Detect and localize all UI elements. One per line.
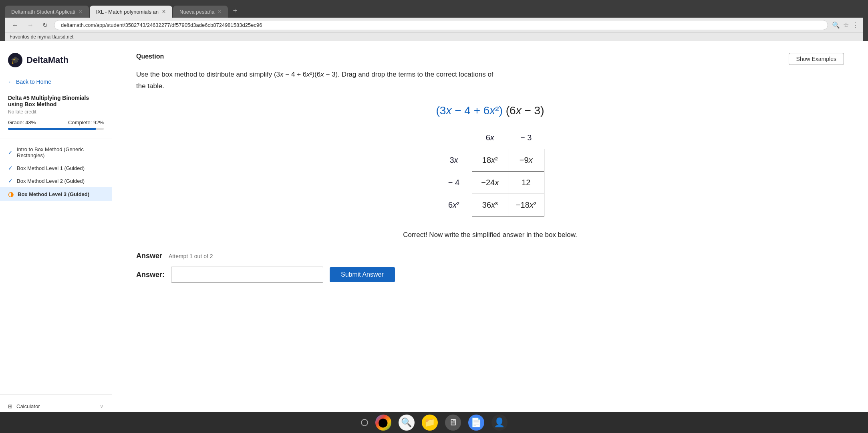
logo-icon: 🎓 [8, 53, 22, 67]
tab-label-nueva: Nueva pestaña [179, 9, 214, 15]
sidebar-item-level1-label: Box Method Level 1 (Guided) [17, 165, 85, 171]
row-header-neg4: − 4 [436, 172, 472, 194]
taskbar-monitor-icon[interactable]: 🖥 [445, 415, 461, 431]
row-header-3x: 3x [436, 149, 472, 172]
circle-icon-level3: ◑ [8, 190, 14, 198]
sidebar-item-intro-label: Intro to Box Method (Generic Rectangles) [17, 146, 104, 158]
table-row-6x2: 6x² 36x³ −18x² [436, 194, 544, 216]
assignment-title: Delta #5 Multiplying Binomials using Box… [0, 95, 112, 109]
answer-input[interactable] [171, 267, 323, 283]
main-content: Question Show Examples Use the box metho… [112, 41, 868, 433]
tab-label: Deltamath Student Applicati [11, 9, 75, 15]
top-right-row: Question Show Examples [136, 53, 844, 65]
back-arrow-icon: ← [8, 79, 14, 85]
check-icon-level2: ✓ [8, 178, 13, 184]
forward-nav-button[interactable]: → [25, 21, 36, 30]
cell-neg9x: −9x [508, 149, 544, 172]
tab-label-ixl: IXL - Match polynomials an [96, 9, 159, 15]
expression-right: (6x − 3) [506, 104, 544, 117]
cell-18x2: 18x² [472, 149, 508, 172]
sidebar: 🎓 DeltaMath ← Back to Home Delta #5 Mult… [0, 41, 112, 433]
app-layout: 🎓 DeltaMath ← Back to Home Delta #5 Mult… [0, 41, 868, 433]
complete-label: Complete: 92% [68, 119, 104, 125]
cell-36x3: 36x³ [472, 194, 508, 216]
tab-deltamath[interactable]: Deltamath Student Applicati ✕ [5, 6, 89, 18]
tab-close-nueva[interactable]: ✕ [218, 9, 222, 14]
tab-nueva[interactable]: Nueva pestaña ✕ [173, 6, 228, 18]
answer-label-row: Answer Attempt 1 out of 2 [136, 252, 844, 260]
show-examples-button[interactable]: Show Examples [789, 53, 844, 65]
menu-icon[interactable]: ⋮ [852, 21, 858, 29]
calculator-label: Calculator [16, 403, 40, 409]
sidebar-item-intro[interactable]: ✓ Intro to Box Method (Generic Rectangle… [0, 143, 112, 162]
cell-neg24x: −24x [472, 172, 508, 194]
col-header-neg3: − 3 [508, 127, 544, 149]
star-icon[interactable]: ☆ [843, 21, 849, 29]
logo-area: 🎓 DeltaMath [0, 49, 112, 75]
cell-neg18x2: −18x² [508, 194, 544, 216]
taskbar-folder-icon[interactable]: 📁 [422, 415, 438, 431]
sidebar-item-level3[interactable]: ◑ Box Method Level 3 (Guided) [0, 187, 112, 201]
back-to-home-link[interactable]: ← Back to Home [0, 75, 112, 88]
taskbar-search-icon[interactable]: 🔍 [399, 415, 415, 431]
reload-button[interactable]: ↻ [40, 20, 50, 30]
answer-section: Answer Attempt 1 out of 2 Answer: Submit… [136, 252, 844, 283]
taskbar-circle [361, 419, 368, 426]
grade-label: Grade: 48% [8, 119, 36, 125]
answer-bold-label: Answer [136, 252, 162, 260]
taskbar-user-icon[interactable]: 👤 [491, 415, 508, 431]
calculator-icon: ⊞ [8, 403, 12, 409]
cell-12: 12 [508, 172, 544, 194]
question-text: Use the box method to distribute and sim… [136, 69, 497, 92]
favorites-label: Favoritos de mymail.lausd.net [10, 34, 73, 40]
submit-answer-button[interactable]: Submit Answer [330, 267, 395, 282]
new-tab-button[interactable]: + [229, 4, 241, 18]
table-row-3x: 3x 18x² −9x [436, 149, 544, 172]
question-label: Question [136, 53, 164, 60]
col-header-6x: 6x [472, 127, 508, 149]
address-bar[interactable]: deltamath.com/app/student/3582743/246322… [54, 20, 828, 30]
box-method-table: 6x − 3 3x 18x² −9x − 4 −24x 12 [436, 127, 544, 217]
correct-message: Correct! Now write the simplified answer… [136, 231, 844, 239]
answer-colon-label: Answer: [136, 271, 165, 279]
tab-ixl[interactable]: IXL - Match polynomials an ✕ [90, 6, 172, 18]
back-link-label: Back to Home [16, 79, 51, 85]
row-header-6x2: 6x² [436, 194, 472, 216]
no-late-credit: No late credit [0, 109, 112, 119]
sidebar-item-level1[interactable]: ✓ Box Method Level 1 (Guided) [0, 162, 112, 174]
favorites-bar: Favoritos de mymail.lausd.net [5, 32, 863, 41]
grade-complete-row: Grade: 48% Complete: 92% [0, 119, 112, 125]
attempt-text: Attempt 1 out of 2 [169, 253, 213, 259]
check-icon-level1: ✓ [8, 165, 13, 171]
browser-nav-icons: 🔍 ☆ ⋮ [832, 21, 858, 29]
browser-tabs: Deltamath Student Applicati ✕ IXL - Matc… [5, 3, 863, 18]
sidebar-item-level2[interactable]: ✓ Box Method Level 2 (Guided) [0, 174, 112, 187]
answer-input-row: Answer: Submit Answer [136, 267, 844, 283]
table-row-neg4: − 4 −24x 12 [436, 172, 544, 194]
sidebar-item-level2-label: Box Method Level 2 (Guided) [17, 178, 85, 184]
logo-text: DeltaMath [26, 55, 68, 65]
calculator-chevron: ∨ [100, 403, 104, 409]
calculator-row[interactable]: ⊞ Calculator ∨ [8, 401, 104, 412]
tab-close-deltamath[interactable]: ✕ [79, 9, 83, 14]
expression-left: (3x − 4 + 6x²) [436, 104, 503, 117]
check-icon-intro: ✓ [8, 149, 13, 156]
taskbar: ⬤ 🔍 📁 🖥 📄 👤 [0, 412, 868, 433]
corner-cell [436, 127, 472, 149]
progress-track [8, 128, 104, 130]
taskbar-files-icon[interactable]: 📄 [468, 415, 484, 431]
box-table-wrap: 6x − 3 3x 18x² −9x − 4 −24x 12 [136, 127, 844, 217]
browser-chrome: Deltamath Student Applicati ✕ IXL - Matc… [0, 0, 868, 41]
browser-nav: ← → ↻ deltamath.com/app/student/3582743/… [5, 18, 863, 32]
taskbar-chrome-icon[interactable]: ⬤ [375, 415, 391, 431]
progress-fill [8, 128, 96, 130]
back-nav-button[interactable]: ← [10, 21, 21, 30]
sidebar-divider [0, 138, 112, 138]
tab-close-ixl[interactable]: ✕ [162, 9, 166, 14]
expression-display: (3x − 4 + 6x²) (6x − 3) [136, 104, 844, 117]
search-icon[interactable]: 🔍 [832, 21, 840, 29]
sidebar-item-level3-label: Box Method Level 3 (Guided) [18, 191, 89, 197]
